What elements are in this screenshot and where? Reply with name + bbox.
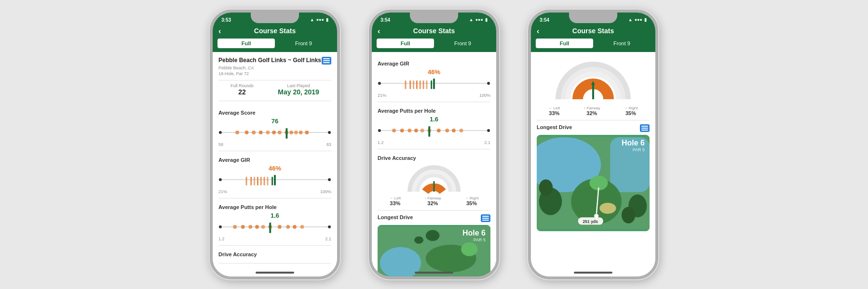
tab-front9[interactable]: Front 9: [275, 39, 332, 48]
p2-left-value: 33%: [390, 200, 401, 206]
p2-drive-accuracy-title: Drive Accuracy: [378, 155, 490, 161]
p2-avg-putts-value: 1.6: [378, 116, 490, 123]
p2-longest-drive-title: Longest Drive: [378, 214, 413, 220]
time-display-2: 3:54: [380, 17, 390, 23]
gir-chart-svg: [218, 173, 331, 186]
tab-front9-2[interactable]: Front 9: [434, 39, 491, 48]
phone-3-tab-bar: Full Front 9: [531, 39, 655, 52]
battery-icon: ▮: [326, 17, 328, 22]
p2-hole-label: Hole 6 PAR 5: [462, 229, 486, 242]
svg-text:251 yds: 251 yds: [583, 219, 598, 224]
p3-longest-drive-list-icon[interactable]: [640, 124, 650, 132]
p2-longest-drive-header: Longest Drive: [378, 214, 490, 222]
phone-2-tab-bar: Full Front 9: [372, 39, 496, 52]
svg-point-57: [392, 129, 396, 132]
header-title-3: Course Stats: [572, 27, 614, 35]
svg-rect-47: [413, 80, 414, 89]
p2-map-container: Hole 6 PAR 5: [378, 225, 490, 276]
svg-point-31: [233, 225, 237, 229]
svg-point-39: [293, 225, 297, 229]
score-min: 58: [218, 142, 223, 147]
phone-2-content: Average GIR 46%: [372, 52, 496, 276]
tab-full-3[interactable]: Full: [536, 39, 593, 48]
svg-rect-51: [426, 80, 427, 89]
phone-1-content: Pebble Beach Golf Links ~ Golf Links Peb…: [213, 52, 337, 276]
p3-longest-drive-header: Longest Drive: [537, 124, 650, 132]
p2-putts-range: 1.2 2.1: [378, 140, 490, 145]
svg-rect-22: [257, 177, 258, 185]
p3-left-value: 33%: [549, 110, 560, 116]
svg-rect-41: [269, 223, 271, 233]
svg-rect-20: [250, 177, 252, 185]
status-icons: ▲ ●●● ▮: [310, 17, 328, 22]
tab-full[interactable]: Full: [217, 39, 275, 48]
back-button-2[interactable]: ‹: [378, 27, 380, 36]
p2-accuracy-stats: ← Left 33% ↑ Fairway 32% → Right 35%: [378, 196, 490, 206]
svg-point-34: [255, 225, 259, 229]
phone-2-notch: [410, 13, 458, 23]
course-info: Pebble Beach Golf Links ~ Golf Links Peb…: [218, 57, 331, 101]
svg-point-72: [461, 242, 477, 256]
list-icon[interactable]: [322, 57, 331, 65]
svg-rect-27: [274, 175, 276, 185]
p2-left-stat: ← Left 33%: [390, 196, 401, 206]
back-button[interactable]: ‹: [218, 27, 221, 36]
phone-1-tab-bar: Full Front 9: [213, 39, 337, 52]
svg-point-73: [426, 230, 440, 241]
p2-avg-putts-title: Average Putts per Hole: [378, 108, 490, 114]
putts-chart-svg: [218, 220, 331, 234]
p2-putts-max: 2.1: [484, 140, 490, 145]
time-display-3: 3:54: [540, 17, 549, 23]
svg-point-6: [259, 131, 263, 134]
p2-longest-drive-list-icon[interactable]: [481, 214, 490, 222]
drive-accuracy-section: Drive Accuracy: [218, 248, 331, 263]
svg-point-64: [445, 129, 449, 132]
svg-point-60: [414, 129, 418, 132]
svg-rect-67: [428, 126, 430, 136]
p3-right-stat: → Right 35%: [624, 106, 638, 116]
status-icons-2: ▲ ●●● ▮: [469, 17, 488, 22]
p3-fairway-stat: ↑ Fairway 32%: [583, 106, 600, 116]
wifi-icon-2: ▲: [469, 17, 474, 22]
p2-putts-min: 1.2: [378, 140, 384, 145]
p2-gir-chart-svg: [378, 77, 490, 90]
full-rounds-value: 22: [231, 88, 254, 96]
avg-putts-value: 1.6: [218, 212, 331, 219]
svg-rect-52: [431, 80, 432, 89]
phone-3-notch: [569, 13, 617, 23]
p2-right-value: 35%: [465, 200, 479, 206]
p3-longest-drive-section: Longest Drive: [537, 124, 650, 231]
phone-1-header: ‹ Course Stats: [213, 25, 337, 39]
header-title-2: Course Stats: [413, 27, 455, 35]
svg-point-63: [437, 129, 441, 132]
avg-gir-value: 46%: [218, 165, 331, 172]
battery-icon-3: ▮: [644, 17, 647, 22]
signal-icon-2: ●●●: [475, 17, 483, 22]
p3-hole-label: Hole 6 PAR 5: [622, 139, 645, 152]
back-button-3[interactable]: ‹: [537, 27, 539, 36]
p2-gir-range: 21% 100%: [378, 93, 490, 98]
svg-rect-53: [433, 79, 435, 89]
p3-drive-accuracy-section: ← Left 33% ↑ Fairway 32% → Right 35%: [537, 57, 650, 120]
header-title: Course Stats: [254, 27, 296, 35]
p3-accuracy-stats: ← Left 33% ↑ Fairway 32% → Right 35%: [537, 106, 650, 116]
phone-3-header: ‹ Course Stats: [531, 25, 655, 39]
full-rounds-stat: Full Rounds 22: [231, 83, 254, 96]
last-played-label: Last Played: [278, 83, 319, 88]
avg-score-value: 76: [218, 118, 331, 125]
phone-1-notch: [251, 13, 299, 23]
svg-rect-15: [285, 128, 287, 138]
p2-right-stat: → Right 35%: [465, 196, 479, 206]
tab-front9-3[interactable]: Front 9: [593, 39, 651, 48]
svg-point-84: [539, 179, 553, 196]
gir-min: 21%: [218, 189, 227, 194]
svg-point-55: [378, 129, 381, 132]
svg-point-38: [286, 225, 290, 229]
svg-point-1: [219, 131, 222, 134]
svg-rect-19: [246, 177, 247, 185]
p3-fairway-value: 32%: [583, 110, 600, 116]
drive-accuracy-title: Drive Accuracy: [218, 251, 331, 257]
tab-full-2[interactable]: Full: [377, 39, 434, 48]
wifi-icon: ▲: [310, 17, 314, 22]
p2-gir-max: 100%: [479, 93, 490, 98]
